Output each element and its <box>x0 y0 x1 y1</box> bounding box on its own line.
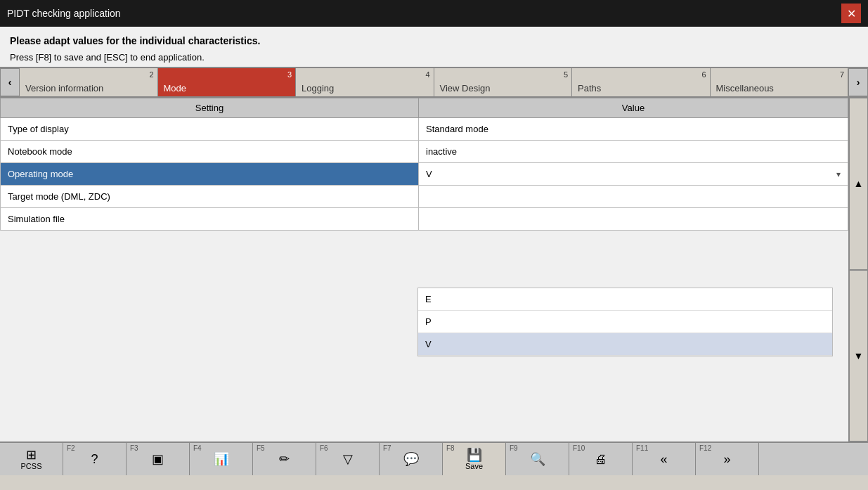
toolbar-label: Save <box>465 462 483 470</box>
setting-cell: Simulation file <box>1 208 419 231</box>
toolbar-icon: 🔍 <box>530 453 545 465</box>
table-row[interactable]: Notebook modeinactive <box>1 141 848 163</box>
fkey-label: F5 <box>257 444 265 452</box>
scroll-buttons: ▲ ▼ <box>848 98 868 441</box>
header-main-text: Please adapt values for the individual c… <box>10 35 858 46</box>
setting-cell: Target mode (DML, ZDC) <box>1 186 419 208</box>
toolbar-item-PCSS[interactable]: ⊞PCSS <box>0 443 63 475</box>
setting-cell: Type of display <box>1 118 419 141</box>
fkey-label: F12 <box>699 444 711 452</box>
fkey-label: F11 <box>636 444 648 452</box>
fkey-label: F9 <box>510 444 518 452</box>
tab-miscellaneous[interactable]: 7Miscellaneous <box>711 68 849 96</box>
tab-next-button[interactable]: › <box>848 68 868 96</box>
toolbar-icon: ▽ <box>343 453 353 465</box>
fkey-label: F4 <box>193 444 202 452</box>
toolbar-item-Save[interactable]: F8💾Save <box>443 443 506 475</box>
tab-version-information[interactable]: 2Version information <box>20 68 158 96</box>
fkey-label: F6 <box>320 444 328 452</box>
title-bar: PIDT checking application ✕ <box>0 0 868 27</box>
toolbar-item-F12[interactable]: F12» <box>696 443 759 475</box>
table-area: Setting Value Type of displayStandard mo… <box>0 98 848 441</box>
value-cell <box>419 208 848 231</box>
value-cell: inactive <box>419 141 848 163</box>
dropdown-menu[interactable]: EPV <box>417 288 833 356</box>
header-sub-text: Press [F8] to save and [ESC] to end appl… <box>10 52 858 63</box>
toolbar-icon: 📊 <box>214 453 229 465</box>
tab-logging[interactable]: 4Logging <box>296 68 434 96</box>
toolbar-item-F10[interactable]: F10🖨 <box>569 443 633 475</box>
settings-table: Setting Value Type of displayStandard mo… <box>0 98 848 231</box>
toolbar-icon: 🖨 <box>595 453 607 465</box>
tab-view-design[interactable]: 5View Design <box>434 68 573 96</box>
value-cell[interactable]: V▾ <box>419 163 848 186</box>
toolbar: ⊞PCSSF2?F3▣F4📊F5✏F6▽F7💬F8💾SaveF9🔍F10🖨F11… <box>0 441 868 475</box>
setting-cell: Notebook mode <box>1 141 419 163</box>
dropdown-value: V <box>426 169 432 179</box>
dropdown-option[interactable]: E <box>418 288 832 311</box>
toolbar-icon: ? <box>91 453 98 465</box>
toolbar-item-F2[interactable]: F2? <box>63 443 127 475</box>
toolbar-icon: ✏ <box>279 453 290 465</box>
app-title: PIDT checking application <box>7 8 121 19</box>
close-button[interactable]: ✕ <box>841 4 861 23</box>
setting-cell: Operating mode <box>1 163 419 186</box>
toolbar-label: PCSS <box>21 462 42 470</box>
toolbar-item-F7[interactable]: F7💬 <box>380 443 443 475</box>
table-row[interactable]: Target mode (DML, ZDC) <box>1 186 848 208</box>
dropdown-option[interactable]: P <box>418 311 832 333</box>
toolbar-item-F3[interactable]: F3▣ <box>127 443 190 475</box>
toolbar-icon: « <box>660 453 667 465</box>
toolbar-item-F6[interactable]: F6▽ <box>316 443 380 475</box>
toolbar-icon: 💾 <box>467 449 482 461</box>
fkey-label: F10 <box>573 444 585 452</box>
main-content: Setting Value Type of displayStandard mo… <box>0 98 868 441</box>
dropdown-option[interactable]: V <box>418 333 832 356</box>
toolbar-item-F5[interactable]: F5✏ <box>253 443 316 475</box>
header-area: Please adapt values for the individual c… <box>0 27 868 67</box>
col-setting-header: Setting <box>1 98 419 118</box>
fkey-label: F2 <box>67 444 75 452</box>
scroll-down-button[interactable]: ▼ <box>849 270 868 442</box>
toolbar-item-F4[interactable]: F4📊 <box>190 443 253 475</box>
toolbar-icon: 💬 <box>403 453 419 465</box>
fkey-label: F7 <box>383 444 391 452</box>
tab-prev-button[interactable]: ‹ <box>0 68 20 96</box>
toolbar-item-F11[interactable]: F11« <box>633 443 696 475</box>
table-row[interactable]: Simulation file <box>1 208 848 231</box>
fkey-label: F3 <box>130 444 138 452</box>
table-row[interactable]: Type of displayStandard mode <box>1 118 848 141</box>
table-row[interactable]: Operating modeV▾ <box>1 163 848 186</box>
col-value-header: Value <box>419 98 848 118</box>
toolbar-item-F9[interactable]: F9🔍 <box>506 443 569 475</box>
chevron-down-icon: ▾ <box>836 169 841 179</box>
toolbar-icon: ⊞ <box>26 449 37 461</box>
tabs-container: ‹ 2Version information3Mode4Logging5View… <box>0 67 868 98</box>
fkey-label: F8 <box>446 444 455 452</box>
scroll-up-button[interactable]: ▲ <box>849 98 868 270</box>
toolbar-icon: » <box>723 453 730 465</box>
toolbar-icon: ▣ <box>152 453 164 465</box>
tab-mode[interactable]: 3Mode <box>158 68 297 96</box>
value-cell <box>419 186 848 208</box>
tab-paths[interactable]: 6Paths <box>572 68 711 96</box>
value-cell: Standard mode <box>419 118 848 141</box>
